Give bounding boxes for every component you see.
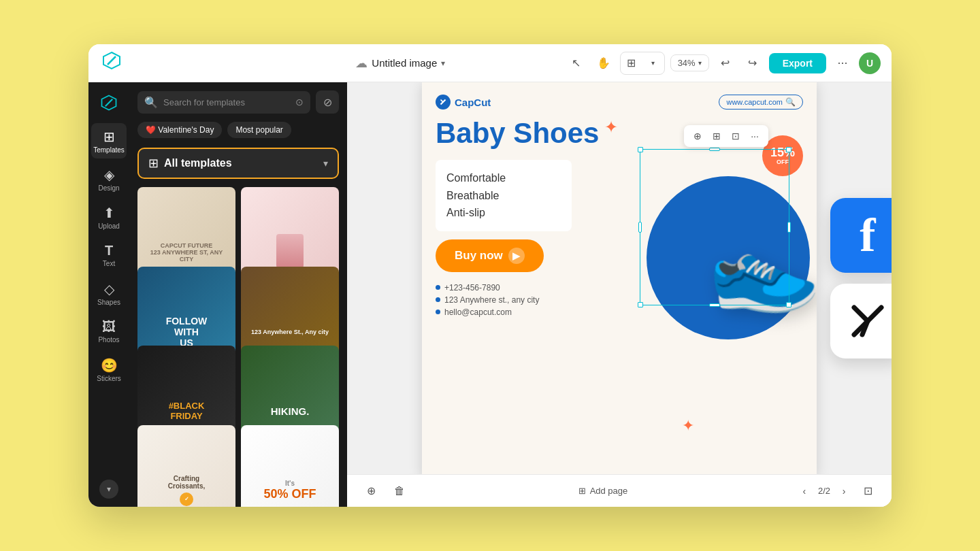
app-logo [99,48,124,73]
header-tools: ↖ ✋ ⊞ ▾ 34% ▾ ↩ ↪ Export ··· U [566,52,881,75]
canvas-area: CapCut www.capcut.com 🔍 Baby Shoes ✦ [347,82,892,507]
contact-dot-phone [436,285,440,290]
fit-page-button[interactable]: ⊡ [858,481,878,501]
feature-3: Anti-slip [446,204,561,222]
design-title: Baby Shoes [436,118,599,149]
header: ☁ Untitled image ▾ ↖ ✋ ⊞ ▾ 34% ▾ ↩ ↪ Exp… [88,44,892,82]
search-input-wrapper: 🔍 ⊙ [137,91,310,114]
ctx-crop-button[interactable]: ⊕ [689,128,706,144]
tag-popular-label: Most popular [235,125,282,135]
feature-1: Comfortable [446,169,561,187]
design-logo-row: CapCut www.capcut.com 🔍 [436,95,803,110]
ctx-qr-button[interactable]: ⊞ [708,128,725,144]
tag-valentine[interactable]: ❤️ Valentine's Day [137,122,222,138]
sidebar-logo [97,90,121,115]
next-page-button[interactable]: › [836,483,852,499]
design-content: CapCut www.capcut.com 🔍 Baby Shoes ✦ [422,82,817,474]
all-templates-label: All templates [164,157,318,169]
sidebar-item-design[interactable]: ◈ Design [91,161,127,197]
star-decoration: ✦ [604,118,618,137]
sidebar-item-shapes[interactable]: ◇ Shapes [91,276,127,311]
stickers-icon: 😊 [101,357,118,373]
page-indicator: 2/2 [818,486,830,496]
discount-badge: 15% OFF [762,135,803,176]
brand-name: CapCut [455,97,491,108]
sidebar-item-design-label: Design [98,184,119,192]
search-input[interactable] [163,97,290,107]
capcut-logo-icon [436,95,451,110]
canvas-scroll[interactable]: CapCut www.capcut.com 🔍 Baby Shoes ✦ [347,82,892,474]
undo-button[interactable]: ↩ [715,52,736,74]
url-text: www.capcut.com [726,98,783,106]
sidebar-item-photos[interactable]: 🖼 Photos [91,314,127,349]
feature-2: Breathable [446,187,561,205]
add-page-button[interactable]: ⊞ Add page [572,483,635,499]
sidebar-item-photos-label: Photos [98,336,119,344]
design-logo: CapCut [436,95,491,110]
app-window: ☁ Untitled image ▾ ↖ ✋ ⊞ ▾ 34% ▾ ↩ ↪ Exp… [88,44,892,507]
buy-btn-label: Buy now [455,249,503,263]
text-icon: T [105,243,113,258]
zoom-value: 34% [678,58,696,68]
add-page-label: Add page [590,486,628,496]
sidebar-item-templates[interactable]: ⊞ Templates [91,123,127,158]
design-icon: ◈ [104,167,114,183]
floating-icons: f [830,198,892,358]
buy-btn-arrow-icon: ▶ [508,248,525,264]
context-toolbar: ⊕ ⊞ ⊡ ··· [684,125,768,147]
face-scan-icon: ⊙ [295,97,304,107]
upload-icon: ⬆ [103,205,115,221]
templates-panel: 🔍 ⊙ ⊘ ❤️ Valentine's Day Most popular ⊞ … [129,82,347,507]
sidebar-item-shapes-label: Shapes [97,299,120,306]
bottom-left: ⊕ 🗑 [361,481,410,501]
main-body: ⊞ Templates ◈ Design ⬆ Upload T Text ◇ S… [88,82,892,507]
filter-button[interactable]: ⊘ [316,90,339,114]
more-options-button[interactable]: ··· [832,52,853,74]
sidebar: ⊞ Templates ◈ Design ⬆ Upload T Text ◇ S… [88,82,129,507]
ctx-copy-button[interactable]: ⊡ [728,128,744,144]
ctx-more-button[interactable]: ··· [747,128,763,144]
title-chevron-icon: ▾ [441,59,445,68]
sidebar-item-templates-label: Templates [93,146,125,154]
add-page-icon: ⊞ [578,486,586,496]
templates-icon: ⊞ [103,129,115,145]
capcut-icon [830,284,892,358]
sidebar-item-text[interactable]: T Text [91,237,127,273]
header-left [99,48,235,78]
prev-page-button[interactable]: ‹ [796,483,813,499]
shapes-icon: ◇ [104,281,114,297]
tag-popular[interactable]: Most popular [227,122,291,138]
all-templates-dropdown[interactable]: ⊞ All templates ▾ [137,148,339,179]
delete-page-button[interactable]: 🗑 [389,481,410,501]
email-text: hello@capcut.com [444,307,512,317]
select-tool-button[interactable]: ↖ [566,52,587,74]
svg-line-3 [441,100,444,103]
canvas-frame: CapCut www.capcut.com 🔍 Baby Shoes ✦ [422,82,817,474]
export-button[interactable]: Export [769,53,826,73]
sidebar-collapse-button[interactable]: ▾ [99,480,118,499]
buy-now-button[interactable]: Buy now ▶ [436,239,544,272]
sidebar-item-upload[interactable]: ⬆ Upload [91,199,127,235]
page-nav: ‹ 2/2 › [796,483,852,499]
photos-icon: 🖼 [102,319,116,335]
shoe-image: 👟 [698,207,817,328]
bottom-right: ‹ 2/2 › ⊡ [796,481,878,501]
hand-tool-button[interactable]: ✋ [593,52,615,74]
duplicate-page-button[interactable]: ⊕ [361,481,381,501]
layout-chevron-button[interactable]: ▾ [642,52,664,74]
document-title: Untitled image [372,57,437,69]
layout-button[interactable]: ⊞ [621,52,642,74]
svg-line-0 [108,56,116,65]
redo-button[interactable]: ↪ [742,52,764,74]
contact-dot-address [436,297,440,302]
avatar: U [859,52,881,74]
tag-valentine-label: ❤️ Valentine's Day [146,125,214,135]
zoom-chevron-icon: ▾ [698,59,702,67]
facebook-icon: f [830,198,892,273]
template-card-sale[interactable]: It's 50% OFF [241,425,339,507]
template-card-crafting[interactable]: CraftingCroissants, ✓ [137,425,235,507]
design-features-box: Comfortable Breathable Anti-slip [436,160,572,231]
zoom-button[interactable]: 34% ▾ [670,54,709,71]
sidebar-item-stickers[interactable]: 😊 Stickers [91,352,127,387]
header-title-area: ☁ Untitled image ▾ [244,56,557,71]
